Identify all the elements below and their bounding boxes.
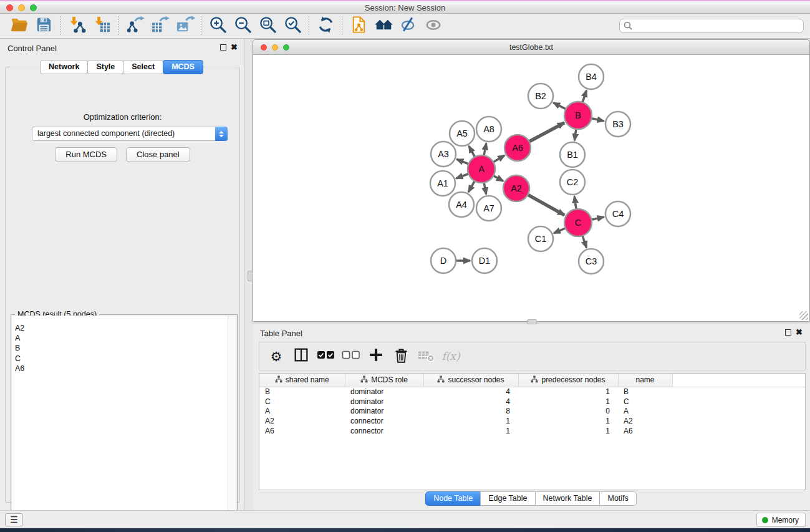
cell-3[interactable]: 1: [518, 416, 618, 426]
import-table-button[interactable]: [89, 16, 114, 37]
scrollbar-track[interactable]: [228, 316, 236, 523]
cell-0[interactable]: A6: [259, 426, 345, 436]
tab-network[interactable]: Network: [40, 60, 88, 74]
mcds-result-item[interactable]: C: [12, 354, 228, 364]
cell-1[interactable]: dominator: [345, 397, 423, 407]
function-builder-button[interactable]: f(x): [440, 345, 461, 367]
close-panel-button[interactable]: Close panel: [126, 147, 190, 162]
graph-node-A8[interactable]: A8: [476, 117, 501, 142]
graph-node-B4[interactable]: B4: [579, 64, 604, 89]
tab-network-table[interactable]: Network Table: [535, 491, 600, 506]
graph-edge[interactable]: [574, 196, 576, 210]
cell-0[interactable]: C: [259, 397, 345, 407]
memory-button[interactable]: Memory: [756, 513, 806, 527]
network-canvas[interactable]: AA1A2A3A4A5A6A7A8BB1B2B3B4CC1C2C3C4DD1: [253, 55, 809, 321]
graph-edge[interactable]: [591, 217, 604, 220]
table-row[interactable]: A6connector11A6: [259, 426, 805, 436]
column-header-predecessor-nodes[interactable]: predecessor nodes: [518, 374, 618, 387]
select-all-button[interactable]: [316, 345, 337, 367]
save-session-button[interactable]: [31, 16, 56, 37]
cell-2[interactable]: 1: [423, 416, 518, 426]
search-input[interactable]: [619, 19, 804, 33]
add-column-button[interactable]: [365, 345, 387, 367]
graph-edge[interactable]: [527, 194, 565, 215]
cell-2[interactable]: 4: [423, 397, 518, 407]
cell-4[interactable]: A2: [618, 416, 672, 426]
close-panel-icon[interactable]: ✖: [231, 42, 238, 52]
graph-node-A1[interactable]: A1: [430, 171, 455, 196]
table-row[interactable]: Cdominator41C: [259, 397, 805, 407]
mcds-result-item[interactable]: A2: [12, 323, 228, 333]
export-network-button[interactable]: [122, 16, 147, 37]
vertical-splitter-grip[interactable]: [248, 271, 253, 281]
graph-node-C1[interactable]: C1: [528, 226, 553, 251]
graph-edge[interactable]: [484, 143, 486, 157]
cell-3[interactable]: 1: [518, 426, 618, 436]
cell-2[interactable]: 1: [423, 426, 518, 436]
table-row[interactable]: Bdominator41B: [259, 387, 805, 397]
first-neighbors-button[interactable]: [371, 16, 396, 37]
graph-edge[interactable]: [492, 155, 504, 163]
import-network-button[interactable]: [64, 16, 89, 37]
run-mcds-button[interactable]: Run MCDS: [55, 147, 117, 162]
graph-node-A3[interactable]: A3: [431, 142, 456, 167]
graph-edge[interactable]: [582, 235, 586, 248]
column-header-name[interactable]: name: [618, 374, 672, 387]
cell-3[interactable]: 1: [518, 397, 618, 407]
column-header-shared-name[interactable]: shared name: [259, 374, 345, 387]
graph-node-A2[interactable]: A2: [503, 175, 529, 201]
refresh-button[interactable]: [313, 16, 338, 37]
graph-node-A[interactable]: A: [468, 155, 495, 183]
graph-edge[interactable]: [468, 180, 475, 192]
task-history-button[interactable]: ☰: [5, 513, 23, 526]
table-row[interactable]: A2connector11A2: [259, 416, 805, 426]
cell-0[interactable]: B: [259, 387, 345, 397]
table-row[interactable]: Adominator80A: [259, 407, 805, 417]
cell-1[interactable]: dominator: [345, 387, 423, 397]
cell-2[interactable]: 4: [423, 387, 518, 397]
criterion-dropdown[interactable]: largest connected component (directed): [32, 127, 228, 141]
graph-edge[interactable]: [528, 123, 564, 142]
cell-4[interactable]: A: [618, 407, 672, 417]
graph-edge[interactable]: [456, 159, 470, 164]
clone-network-button[interactable]: [346, 16, 371, 37]
zoom-in-button[interactable]: [205, 16, 230, 37]
graph-node-B2[interactable]: B2: [528, 84, 553, 109]
show-all-button[interactable]: [421, 16, 446, 37]
export-image-button[interactable]: [172, 16, 197, 37]
mcds-result-item[interactable]: A6: [12, 364, 228, 374]
cell-4[interactable]: B: [618, 387, 672, 397]
graph-edge[interactable]: [456, 173, 470, 178]
tab-style[interactable]: Style: [87, 60, 123, 74]
graph-edge[interactable]: [469, 146, 475, 158]
window-resize-grip[interactable]: [799, 311, 808, 320]
horizontal-splitter-grip[interactable]: [527, 319, 537, 324]
cell-2[interactable]: 8: [423, 407, 518, 417]
cell-0[interactable]: A: [259, 407, 345, 417]
deselect-all-button[interactable]: [340, 345, 362, 367]
graph-node-B3[interactable]: B3: [605, 112, 630, 137]
float-panel-icon[interactable]: [785, 329, 791, 336]
graph-node-C3[interactable]: C3: [579, 249, 604, 274]
column-panel-button[interactable]: [291, 345, 312, 367]
delete-table-button[interactable]: [415, 345, 436, 367]
cell-4[interactable]: C: [618, 397, 672, 407]
graph-node-B1[interactable]: B1: [560, 142, 585, 167]
delete-column-button[interactable]: [390, 345, 412, 367]
graph-node-C[interactable]: C: [564, 209, 592, 236]
tab-mcds[interactable]: MCDS: [163, 60, 203, 74]
zoom-fit-button[interactable]: [255, 16, 280, 37]
graph-edge[interactable]: [554, 228, 567, 233]
open-session-button[interactable]: [6, 16, 31, 37]
graph-node-C4[interactable]: C4: [605, 201, 630, 226]
cell-3[interactable]: 0: [518, 407, 618, 417]
zoom-selected-button[interactable]: [280, 16, 305, 37]
graph-node-C2[interactable]: C2: [560, 170, 585, 195]
table-options-button[interactable]: ⚙: [266, 345, 287, 367]
close-panel-icon[interactable]: ✖: [796, 327, 803, 337]
cell-1[interactable]: connector: [345, 426, 423, 436]
column-header-mcds-role[interactable]: MCDS role: [345, 374, 423, 387]
tab-edge-table[interactable]: Edge Table: [480, 491, 535, 506]
graph-edge[interactable]: [582, 90, 586, 104]
export-table-button[interactable]: [147, 16, 172, 37]
